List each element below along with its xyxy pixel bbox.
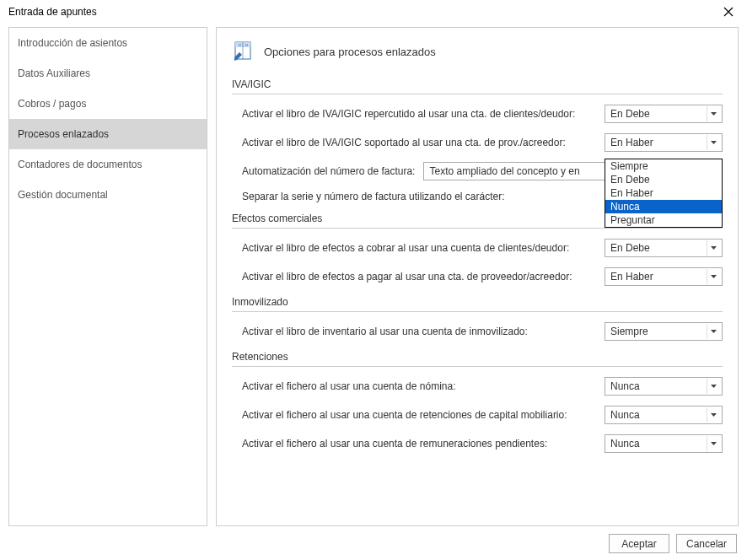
label-iva-soportado: Activar el libro de IVA/IGIC soportado a… bbox=[242, 137, 605, 148]
label-inmovilizado-inventario: Activar el libro de inventario al usar u… bbox=[242, 326, 605, 337]
combo-inmovilizado-inventario[interactable]: Siempre bbox=[605, 322, 723, 341]
row-iva-repercutido: Activar el libro de IVA/IGIC repercutido… bbox=[232, 105, 723, 123]
label-retenciones-capital: Activar el fichero al usar una cuenta de… bbox=[242, 409, 605, 421]
sidebar-item-contadores[interactable]: Contadores de documentos bbox=[9, 149, 207, 180]
close-icon[interactable] bbox=[718, 2, 739, 22]
svg-text:D: D bbox=[239, 43, 241, 47]
chevron-down-icon bbox=[707, 240, 720, 256]
main-area: Introducción de asientos Datos Auxiliare… bbox=[0, 27, 747, 526]
sidebar-item-cobros-pagos[interactable]: Cobros / pagos bbox=[9, 89, 207, 119]
dropdown-option[interactable]: Preguntar bbox=[605, 213, 722, 227]
window-title: Entrada de apuntes bbox=[8, 6, 97, 18]
row-inmovilizado-inventario: Activar el libro de inventario al usar u… bbox=[232, 322, 723, 341]
chevron-down-icon bbox=[707, 135, 720, 150]
section-header-inmovilizado: Inmovilizado bbox=[232, 296, 723, 312]
combo-value: En Haber bbox=[610, 271, 653, 283]
dropdown-option[interactable]: En Debe bbox=[605, 173, 722, 186]
combo-value: En Debe bbox=[610, 242, 650, 254]
dropdown-option[interactable]: Nunca bbox=[605, 200, 722, 213]
combo-value: Nunca bbox=[610, 438, 640, 450]
sidebar-item-datos-auxiliares[interactable]: Datos Auxiliares bbox=[9, 58, 207, 89]
page-header: D H Opciones para procesos enlazados bbox=[232, 40, 723, 63]
combo-value: Siempre bbox=[610, 326, 648, 337]
sidebar-item-procesos-enlazados[interactable]: Procesos enlazados bbox=[9, 119, 207, 149]
combo-value: En Haber bbox=[610, 137, 653, 148]
row-retenciones-capital: Activar el fichero al usar una cuenta de… bbox=[232, 406, 723, 424]
combo-value: Nunca bbox=[610, 409, 640, 421]
row-retenciones-remuneraciones: Activar el fichero al usar una cuenta de… bbox=[232, 434, 723, 453]
chevron-down-icon bbox=[707, 379, 720, 394]
chevron-down-icon bbox=[707, 407, 720, 423]
accept-button[interactable]: Aceptar bbox=[609, 534, 669, 553]
sidebar-item-introduccion[interactable]: Introducción de asientos bbox=[9, 28, 207, 58]
dropdown-list-iva-soportado[interactable]: Siempre En Debe En Haber Nunca Preguntar bbox=[605, 159, 723, 228]
label-iva-repercutido: Activar el libro de IVA/IGIC repercutido… bbox=[242, 108, 605, 120]
combo-value: Nunca bbox=[610, 380, 640, 392]
label-separar-serie: Separar la serie y número de factura uti… bbox=[242, 191, 505, 202]
dropdown-option[interactable]: En Haber bbox=[605, 186, 722, 200]
svg-text:H: H bbox=[245, 43, 248, 47]
label-retenciones-nomina: Activar el fichero al usar una cuenta de… bbox=[242, 380, 605, 392]
combo-value: En Debe bbox=[610, 108, 650, 120]
chevron-down-icon bbox=[707, 324, 720, 339]
combo-iva-soportado[interactable]: En Haber bbox=[605, 133, 723, 152]
chevron-down-icon bbox=[707, 269, 720, 284]
combo-retenciones-nomina[interactable]: Nunca bbox=[605, 377, 723, 396]
input-value: Texto ampliado del concepto y en bbox=[429, 165, 579, 177]
row-efectos-cobrar: Activar el libro de efectos a cobrar al … bbox=[232, 239, 723, 257]
combo-efectos-pagar[interactable]: En Haber bbox=[605, 267, 723, 286]
combo-iva-repercutido[interactable]: En Debe bbox=[605, 105, 723, 123]
row-efectos-pagar: Activar el libro de efectos a pagar al u… bbox=[232, 267, 723, 286]
row-retenciones-nomina: Activar el fichero al usar una cuenta de… bbox=[232, 377, 723, 396]
combo-efectos-cobrar[interactable]: En Debe bbox=[605, 239, 723, 257]
sidebar: Introducción de asientos Datos Auxiliare… bbox=[8, 27, 207, 526]
label-efectos-cobrar: Activar el libro de efectos a cobrar al … bbox=[242, 242, 605, 254]
label-efectos-pagar: Activar el libro de efectos a pagar al u… bbox=[242, 271, 605, 283]
button-bar: Aceptar Cancelar bbox=[609, 534, 737, 553]
page-icon: D H bbox=[232, 40, 255, 63]
row-iva-soportado: Activar el libro de IVA/IGIC soportado a… bbox=[232, 133, 723, 152]
content-panel: D H Opciones para procesos enlazados IVA… bbox=[216, 27, 739, 526]
label-autofactura: Automatización del número de factura: bbox=[242, 165, 415, 177]
section-header-iva: IVA/IGIC bbox=[232, 78, 723, 94]
dropdown-option[interactable]: Siempre bbox=[605, 159, 722, 173]
combo-retenciones-remuneraciones[interactable]: Nunca bbox=[605, 434, 723, 453]
cancel-button[interactable]: Cancelar bbox=[676, 534, 737, 553]
sidebar-item-gestion-documental[interactable]: Gestión documental bbox=[9, 180, 207, 210]
chevron-down-icon bbox=[707, 436, 720, 451]
chevron-down-icon bbox=[707, 106, 720, 121]
titlebar: Entrada de apuntes bbox=[0, 0, 747, 27]
combo-retenciones-capital[interactable]: Nunca bbox=[605, 406, 723, 424]
label-retenciones-remuneraciones: Activar el fichero al usar una cuenta de… bbox=[242, 438, 605, 450]
section-header-retenciones: Retenciones bbox=[232, 351, 723, 367]
page-title: Opciones para procesos enlazados bbox=[264, 46, 436, 58]
